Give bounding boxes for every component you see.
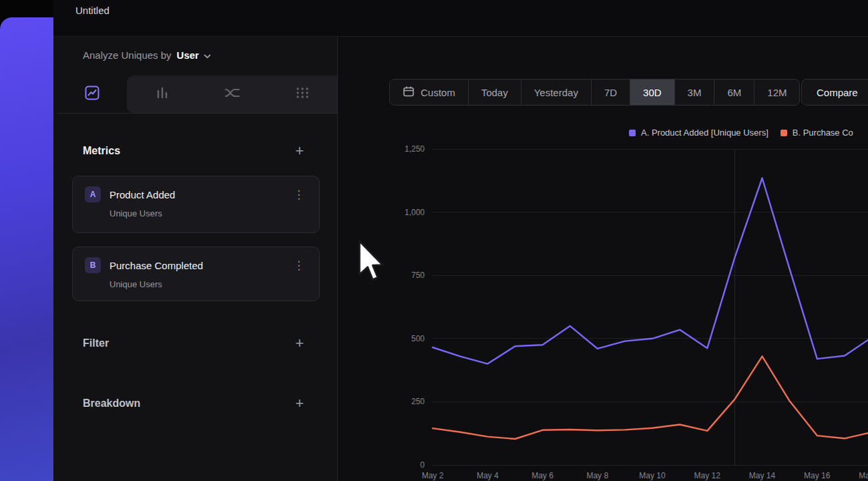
brand-gradient-strip [0,17,53,481]
analyze-dimension-select[interactable]: User [177,49,211,61]
metric-title: Purchase Completed [110,260,280,271]
range-label: 7D [604,87,617,98]
metrics-heading: Metrics [83,145,120,157]
analyze-dimension-value: User [177,49,199,61]
legend-label: A. Product Added [Unique Users] [641,128,769,138]
x-axis-tick-label: May 18 [859,471,868,480]
legend-label: B. Purchase Co [793,128,853,138]
chart-type-tabbar [57,75,337,114]
chart-plot-area[interactable] [433,149,868,465]
range-label: 12M [767,87,787,98]
range-option-custom[interactable]: Custom [390,79,468,105]
add-breakdown-button[interactable]: + [295,396,304,411]
bar-chart-icon [155,86,170,103]
compare-label: Compare [817,87,858,98]
y-axis-tick-label: 500 [411,334,425,343]
range-label: Today [481,87,508,98]
chart-panel: Custom Today Yesterday 7D 30D 3M 6M 12M … [338,37,868,481]
compare-button[interactable]: Compare [801,79,868,106]
x-axis-tick-label: May 14 [749,471,775,480]
range-label: Yesterday [534,87,578,98]
analyze-row: Analyze Uniques by User [83,49,211,61]
range-option-yesterday[interactable]: Yesterday [521,79,591,105]
range-label: 30D [643,87,662,98]
tab-retention[interactable] [267,75,337,113]
y-axis-tick-label: 1,250 [405,144,425,154]
x-axis-tick-label: May 2 [422,471,444,480]
tab-funnels[interactable] [127,75,197,113]
y-axis-tick-label: 250 [411,397,425,406]
sidebar: Analyze Uniques by User [53,37,338,481]
x-axis-tick-label: May 8 [586,471,608,480]
legend-swatch-purple [629,130,636,136]
x-axis-labels: May 2May 4May 6May 8May 10May 12May 14Ma… [433,471,868,481]
filter-section-header: Filter + [83,336,304,351]
metrics-section-header: Metrics + [83,144,304,158]
x-axis-tick-label: May 6 [531,471,554,480]
tab-flows[interactable] [197,75,267,113]
metric-card-b[interactable]: B Purchase Completed ⋮ Unique Users [72,247,320,301]
x-axis-tick-label: May 4 [477,471,499,480]
legend-item-a: A. Product Added [Unique Users] [629,128,769,138]
y-axis-tick-label: 750 [411,271,425,280]
metric-menu-button[interactable]: ⋮ [289,188,308,201]
metric-subtitle[interactable]: Unique Users [110,208,308,218]
metric-title: Product Added [110,189,280,200]
kebab-icon: ⋮ [293,188,304,201]
filter-heading: Filter [83,337,109,349]
y-axis-labels: 02505007501,0001,250 [377,149,425,465]
range-label: Custom [421,87,455,98]
kebab-icon: ⋮ [293,259,304,272]
x-axis-tick-label: May 10 [639,471,665,480]
calendar-icon [403,86,415,100]
metric-subtitle[interactable]: Unique Users [110,279,308,289]
tab-insights[interactable] [57,75,127,113]
dots-grid-icon [295,86,310,103]
legend-swatch-orange [781,130,787,136]
x-axis-tick-label: May 16 [804,471,830,480]
chevron-down-icon [204,49,211,61]
chart-legend: A. Product Added [Unique Users] B. Purch… [629,128,853,138]
range-label: 6M [727,87,741,98]
range-option-30d[interactable]: 30D [630,79,674,105]
metric-menu-button[interactable]: ⋮ [289,259,308,272]
metric-badge-b: B [85,257,101,273]
line-chart-icon [85,86,99,103]
range-option-today[interactable]: Today [468,79,521,105]
metric-badge-a: A [85,186,101,202]
report-title[interactable]: Untitled [75,5,110,16]
y-axis-tick-label: 0 [420,460,425,470]
range-option-12m[interactable]: 12M [754,79,799,105]
legend-item-b: B. Purchase Co [781,128,853,138]
flows-icon [224,86,240,103]
date-range-control: Custom Today Yesterday 7D 30D 3M 6M 12M [389,79,800,106]
range-option-7d[interactable]: 7D [591,79,630,105]
breakdown-section-header: Breakdown + [83,396,304,411]
y-axis-tick-label: 1,000 [405,208,425,217]
chart-line-series [433,149,868,465]
range-option-6m[interactable]: 6M [714,79,754,105]
range-option-3m[interactable]: 3M [674,79,714,105]
add-metric-button[interactable]: + [295,144,304,158]
analyze-uniques-label: Analyze Uniques by [83,49,172,61]
range-label: 3M [688,87,702,98]
top-bar: Untitled [53,0,868,37]
metric-card-a[interactable]: A Product Added ⋮ Unique Users [72,176,320,233]
add-filter-button[interactable]: + [295,336,304,351]
x-axis-tick-label: May 12 [694,471,720,480]
breakdown-heading: Breakdown [83,397,140,410]
